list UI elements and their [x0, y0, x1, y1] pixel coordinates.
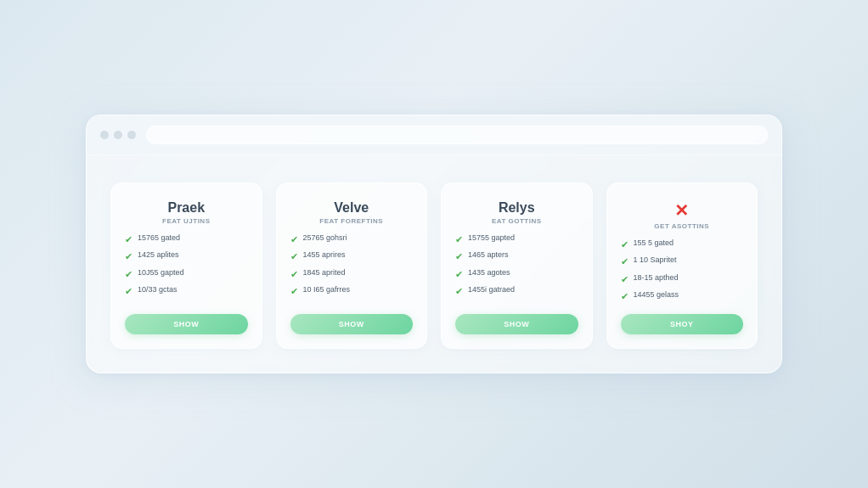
check-icon: ✔ [621, 290, 628, 302]
check-icon: ✔ [621, 238, 628, 250]
plan-card-velve: Velve FEAT FOREFTINS ✔ 25765 gohsri ✔ 14… [276, 182, 428, 349]
browser-content: Praek FEAT UJTINS ✔ 15765 gated ✔ 1425 a… [87, 155, 781, 373]
pricing-grid: Praek FEAT UJTINS ✔ 15765 gated ✔ 1425 a… [110, 182, 758, 349]
browser-window: Praek FEAT UJTINS ✔ 15765 gated ✔ 1425 a… [86, 115, 782, 373]
list-item: ✔ 14455 gelass [621, 290, 744, 302]
feature-list-velve: ✔ 25765 gohsri ✔ 1455 aprires ✔ 1845 apr… [290, 233, 414, 302]
plan-subtitle-velve: FEAT FOREFTINS [290, 217, 414, 225]
list-item: ✔ 25765 gohsri [290, 233, 414, 245]
check-icon: ✔ [125, 233, 132, 245]
list-item: ✔ 1455i gatraed [455, 285, 578, 297]
list-item: ✔ 1455 aprires [290, 250, 414, 262]
list-item: ✔ 1845 aprited [290, 268, 414, 280]
check-icon: ✔ [290, 250, 298, 262]
list-item: ✔ 10 I65 gafrres [290, 285, 414, 297]
show-button-velve[interactable]: SHOW [290, 314, 414, 334]
list-item: ✔ 15755 gapted [455, 233, 578, 245]
check-icon: ✔ [290, 285, 298, 297]
list-item: ✔ 1435 agotes [455, 268, 578, 280]
plan-name-praek: Praek [125, 200, 248, 216]
list-item: ✔ 15765 gated [125, 233, 248, 245]
check-icon: ✔ [621, 255, 628, 267]
plan-subtitle-fourth: GET ASOTTINS [621, 222, 744, 230]
list-item: ✔ 10/33 gctas [125, 285, 248, 297]
browser-chrome [87, 115, 781, 155]
plan-card-praek: Praek FEAT UJTINS ✔ 15765 gated ✔ 1425 a… [110, 182, 262, 349]
check-icon: ✔ [621, 273, 628, 285]
check-icon: ✔ [125, 285, 132, 297]
check-icon: ✔ [290, 268, 298, 280]
plan-name-velve: Velve [290, 200, 414, 216]
minimize-button-icon[interactable] [114, 131, 122, 139]
list-item: ✔ 1465 apters [455, 250, 578, 262]
check-icon: ✔ [290, 233, 298, 245]
traffic-lights [100, 131, 136, 139]
check-icon: ✔ [125, 250, 132, 262]
plan-header-relys: Relys EAT GOTTINS [455, 200, 578, 225]
list-item: ✔ 155 5 gated [621, 238, 744, 250]
list-item: ✔ 18-15 apthed [621, 273, 744, 285]
show-button-fourth[interactable]: SHOY [621, 314, 744, 334]
plan-subtitle-relys: EAT GOTTINS [455, 217, 578, 225]
maximize-button-icon[interactable] [127, 131, 136, 139]
address-bar[interactable] [146, 126, 768, 144]
check-icon: ✔ [455, 268, 463, 280]
plan-header-fourth: ✕ GET ASOTTINS [621, 200, 744, 230]
plan-card-relys: Relys EAT GOTTINS ✔ 15755 gapted ✔ 1465 … [441, 182, 593, 349]
plan-header-velve: Velve FEAT FOREFTINS [290, 200, 414, 225]
check-icon: ✔ [455, 233, 463, 245]
x-icon: ✕ [621, 200, 744, 221]
check-icon: ✔ [455, 250, 463, 262]
list-item: ✔ 1425 aplites [125, 250, 248, 262]
list-item: ✔ 10J55 gapted [125, 268, 248, 280]
plan-header-praek: Praek FEAT UJTINS [125, 200, 248, 225]
plan-card-fourth: ✕ GET ASOTTINS ✔ 155 5 gated ✔ 1 10 Sapr… [606, 182, 758, 349]
show-button-relys[interactable]: SHOW [455, 314, 578, 334]
list-item: ✔ 1 10 Sapritet [621, 255, 744, 267]
feature-list-relys: ✔ 15755 gapted ✔ 1465 apters ✔ 1435 agot… [455, 233, 578, 302]
check-icon: ✔ [125, 268, 132, 280]
close-button-icon[interactable] [100, 131, 109, 139]
feature-list-fourth: ✔ 155 5 gated ✔ 1 10 Sapritet ✔ 18-15 ap… [621, 238, 744, 302]
show-button-praek[interactable]: SHOW [125, 314, 248, 334]
plan-subtitle-praek: FEAT UJTINS [125, 217, 248, 225]
feature-list-praek: ✔ 15765 gated ✔ 1425 aplites ✔ 10J55 gap… [125, 233, 248, 302]
plan-name-relys: Relys [455, 200, 578, 216]
check-icon: ✔ [455, 285, 463, 297]
